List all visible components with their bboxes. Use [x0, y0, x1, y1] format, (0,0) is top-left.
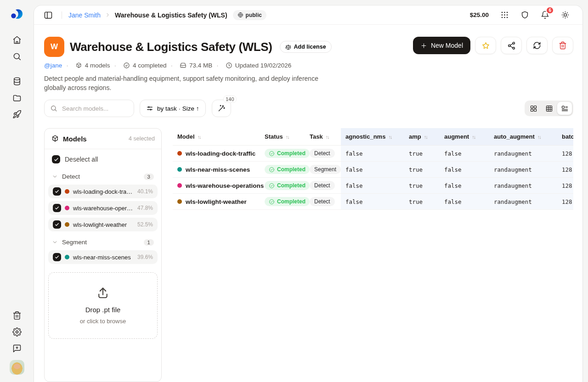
breadcrumb-user[interactable]: Jane Smith — [68, 11, 101, 19]
sidebar-toggle-icon[interactable] — [41, 8, 55, 22]
sort-icon: ↑↓ — [286, 134, 289, 140]
view-table-button[interactable] — [542, 102, 556, 115]
model-color-dot — [177, 199, 182, 204]
view-list-button[interactable] — [557, 102, 572, 115]
user-avatar[interactable] — [10, 360, 24, 375]
deselect-all-checkbox[interactable] — [52, 155, 60, 163]
model-list-item[interactable]: wls-loading-dock-traffic 40.1% — [48, 185, 158, 198]
rail-trash-icon[interactable] — [9, 308, 25, 323]
column-header-batch[interactable]: batch↑↓ — [557, 128, 573, 145]
search-input[interactable] — [61, 105, 128, 112]
refresh-icon — [533, 41, 541, 50]
cell-amp: true — [404, 178, 440, 193]
search-icon — [50, 105, 57, 112]
project-meta: @jane 4 models 4 completed 73.4 MB — [44, 62, 334, 69]
rail-home-icon[interactable] — [9, 32, 25, 48]
project-description: Detect people and material-handling equi… — [44, 74, 334, 92]
status-badge: Completed — [265, 197, 310, 206]
rail-projects-icon[interactable] — [9, 90, 25, 106]
share-icon — [507, 41, 516, 50]
apps-grid-icon[interactable] — [500, 11, 509, 19]
grid-icon — [530, 105, 537, 112]
sort-icon: ↑↓ — [388, 134, 391, 140]
model-item-percent: 40.1% — [137, 188, 153, 195]
rail-search-icon[interactable] — [9, 49, 25, 64]
check-circle-icon — [123, 62, 130, 69]
table-row[interactable]: wls-warehouse-operationsCompletedDetectf… — [173, 178, 573, 194]
column-header-task[interactable]: Task↑↓ — [305, 128, 341, 145]
cell-agnostic_nms: false — [341, 162, 404, 177]
new-model-button[interactable]: New Model — [413, 37, 470, 54]
theme-sun-icon[interactable] — [561, 11, 570, 19]
rail-datasets-icon[interactable] — [9, 73, 25, 89]
group-header[interactable]: Detect 3 — [45, 169, 161, 184]
group-header[interactable]: Segment 1 — [45, 234, 161, 249]
magic-wand-button[interactable]: 140 — [212, 100, 231, 117]
star-icon — [481, 41, 490, 50]
model-checkbox[interactable] — [53, 204, 61, 212]
rail-deploy-rocket-icon[interactable] — [9, 107, 25, 122]
cell-auto_augment: randaugment — [489, 162, 557, 177]
models-panel-title: Models — [63, 135, 87, 143]
model-name: wls-lowlight-weather — [186, 198, 247, 205]
column-header-model[interactable]: Model↑↓ — [173, 128, 260, 145]
model-checkbox[interactable] — [53, 220, 61, 229]
model-item-name: wls-lowlight-weather — [73, 221, 134, 228]
table-row[interactable]: wls-lowlight-weatherCompletedDetectfalse… — [173, 194, 573, 210]
model-color-dot — [177, 183, 182, 188]
breadcrumb-project: Warehouse & Logistics Safety (WLS) — [115, 11, 227, 19]
sort-icon: ↑↓ — [326, 134, 329, 140]
model-color-dot — [65, 222, 69, 227]
rail-settings-icon[interactable] — [9, 324, 25, 340]
task-badge: Segment — [310, 165, 341, 174]
model-list-item[interactable]: wls-near-miss-scenes 39.6% — [48, 250, 158, 264]
column-header-agnostic_nms[interactable]: agnostic_nms↑↓ — [341, 128, 404, 145]
model-name: wls-warehouse-operations — [186, 182, 264, 189]
cell-batch: 128 — [557, 194, 573, 209]
column-header-augment[interactable]: augment↑↓ — [440, 128, 489, 145]
model-list-item[interactable]: wls-warehouse-operations 47.8% — [48, 201, 158, 215]
storage-icon — [180, 62, 187, 69]
account-balance[interactable]: $25.00 — [470, 11, 489, 18]
deselect-all-row[interactable]: Deselect all — [45, 149, 161, 169]
table-body: wls-loading-dock-trafficCompletedDetectf… — [173, 146, 573, 210]
rail-feedback-icon[interactable] — [9, 341, 25, 356]
column-header-status[interactable]: Status↑↓ — [260, 128, 305, 145]
share-button[interactable] — [501, 37, 522, 54]
file-dropzone[interactable]: Drop .pt file or click to browse — [48, 272, 158, 339]
add-license-button[interactable]: Add license — [280, 41, 332, 53]
column-header-auto_augment[interactable]: auto_augment↑↓ — [489, 128, 557, 145]
cell-task: Segment — [305, 162, 341, 177]
models-panel: Models 4 selected Deselect all Detect 3 … — [44, 128, 162, 382]
model-item-percent: 52.5% — [137, 221, 153, 228]
main-card: Jane Smith Warehouse & Logistics Safety … — [34, 6, 582, 382]
delete-project-button[interactable] — [552, 37, 573, 54]
model-name: wls-loading-dock-traffic — [186, 150, 255, 157]
cell-augment: false — [440, 162, 489, 177]
view-grid-button[interactable] — [526, 102, 541, 115]
sort-icon: ↑↓ — [424, 134, 427, 140]
wand-sparkles-icon — [217, 104, 226, 112]
sort-filter-button[interactable]: by task · Size ↑ — [140, 100, 206, 117]
dropzone-title: Drop .pt file — [53, 306, 153, 314]
table-row[interactable]: wls-loading-dock-trafficCompletedDetectf… — [173, 146, 573, 162]
globe-icon — [237, 12, 243, 18]
model-list-item[interactable]: wls-lowlight-weather 52.5% — [48, 218, 158, 231]
cell-auto_augment: randaugment — [489, 146, 557, 161]
refresh-button[interactable] — [526, 37, 548, 54]
topbar: Jane Smith Warehouse & Logistics Safety … — [34, 6, 582, 25]
task-badge: Detect — [310, 197, 335, 206]
shield-icon[interactable] — [520, 11, 529, 19]
model-checkbox[interactable] — [53, 253, 61, 261]
models-toolbar: by task · Size ↑ 140 — [44, 100, 573, 117]
app-logo-icon[interactable] — [10, 6, 24, 21]
favorite-star-button[interactable] — [475, 37, 496, 54]
cell-auto_augment: randaugment — [489, 194, 557, 209]
model-checkbox[interactable] — [53, 187, 61, 196]
cell-agnostic_nms: false — [341, 178, 404, 193]
table-row[interactable]: wls-near-miss-scenesCompletedSegmentfals… — [173, 162, 573, 178]
column-header-amp[interactable]: amp↑↓ — [404, 128, 440, 145]
bell-icon[interactable]: 6 — [541, 11, 549, 19]
page-title: Warehouse & Logistics Safety (WLS) — [70, 40, 272, 54]
owner-link[interactable]: @jane — [44, 62, 62, 69]
